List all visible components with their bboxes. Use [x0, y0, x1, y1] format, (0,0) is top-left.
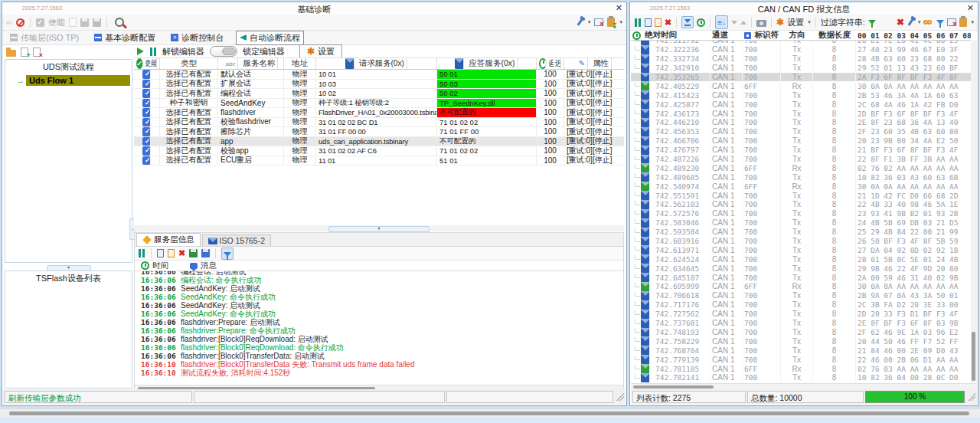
col-delay[interactable]: 延迟	[537, 58, 564, 69]
time-mode-icon[interactable]	[697, 18, 705, 27]
can-message-row[interactable]: 742.476797 CAN 1 700 Tx 8 21 BF F3 6F 8F…	[631, 146, 971, 155]
copy-all-icon[interactable]	[168, 249, 175, 257]
save-icon[interactable]	[80, 18, 89, 27]
import-icon[interactable]	[959, 18, 967, 27]
row-enable-checkbox[interactable]: ✓	[142, 137, 151, 146]
col-service-name[interactable]: abc服务名称	[218, 58, 284, 69]
scrollbar-thumb[interactable]	[972, 332, 975, 381]
col-address[interactable]: 地址	[284, 58, 316, 69]
log-row[interactable]: 16:36:06 flashdriver:[Block0]ReqDownload…	[135, 335, 623, 343]
row-enable-checkbox[interactable]: ✓	[142, 146, 151, 156]
col-enable[interactable]: ✓使能	[134, 58, 160, 69]
service-row[interactable]: ✓ 选择已有配置 校验flashdriver 物理 31 01 02 02 BC…	[134, 118, 624, 128]
tab-auto-diag-flow[interactable]: 自动诊断流程	[236, 31, 304, 45]
can-message-row[interactable]: 742.436173 CAN 1 700 Tx 8 2D BF F3 6F 8F…	[631, 109, 971, 118]
can-message-row[interactable]: 742.758229 CAN 1 700 Tx 8 20 44 50 46 FF…	[631, 336, 971, 346]
can-message-row[interactable]: 742.342910 CAN 1 700 Tx 8 29 52 01 13 43…	[631, 64, 971, 73]
tab-diag-console[interactable]: >诊断控制台	[168, 31, 227, 44]
link-icon[interactable]	[923, 19, 933, 26]
col-identifier[interactable]: 标识符	[743, 30, 781, 41]
can-message-row[interactable]: 742.613971 CAN 1 700 Tx 8 27 DA 04 92 0D…	[631, 245, 971, 254]
copy-all-icon[interactable]	[655, 18, 662, 27]
scrollbar-thumb[interactable]	[9, 412, 969, 415]
service-row[interactable]: ✓ 选择已有配置 校验app 物理 31 01 02 02 AF C6 71 0…	[134, 146, 624, 156]
can-message-row[interactable]: 742.322236 CAN 1 700 Tx 8 27 40 23 99 46…	[631, 45, 971, 54]
can-message-row[interactable]: 742.695999 CAN 1 6FF Rx 8 30 0A 0A AA AA…	[631, 282, 971, 291]
remove-flow-icon[interactable]: ×	[33, 48, 41, 57]
move-down-icon[interactable]	[731, 21, 737, 25]
import-icon[interactable]: ↧	[607, 18, 615, 27]
service-row[interactable]: ✓ 选择已有配置 flashdriver 物理 FlashDriver_HA01…	[134, 108, 624, 118]
disconnect-icon[interactable]	[16, 18, 24, 27]
log-row[interactable]: 16:36:06 flashdriver:Prepare: 启动测试	[135, 318, 623, 326]
export-icon[interactable]	[69, 18, 77, 27]
can-message-row[interactable]: 742.593504 CAN 1 700 Tx 8 25 29 4B 84 22…	[631, 228, 971, 237]
tools-icon[interactable]	[577, 18, 583, 26]
row-enable-checkbox[interactable]: ✓	[142, 118, 151, 127]
flow-tree-item[interactable]: → Uds Flow 1	[16, 75, 130, 86]
can-message-row[interactable]: 742.737681 CAN 1 700 Tx 8 2E 8F BF F3 6F…	[631, 319, 971, 328]
save-all-icon[interactable]	[93, 18, 101, 27]
can-message-row[interactable]: 742.603916 CAN 1 700 Tx 8 26 50 BF F3 4F…	[631, 237, 971, 246]
pause-flow-icon[interactable]	[149, 48, 157, 56]
can-vertical-scrollbar[interactable]	[971, 41, 977, 382]
close-window-icon[interactable]	[947, 18, 956, 26]
can-message-row[interactable]: 742.425877 CAN 1 700 Tx 8 2C 68 4A 46 1A…	[631, 100, 971, 109]
connect-icon[interactable]: ∞	[6, 18, 12, 28]
splitter-handle[interactable]: ▾	[328, 226, 430, 232]
col-abs-time[interactable]: 绝对时间	[631, 30, 710, 41]
can-message-row[interactable]: 742.782141 CAN 1 700 Tx 8 10 82 36 04 00…	[631, 373, 971, 382]
sort-button[interactable]: ≡↓	[715, 15, 728, 28]
can-message-row[interactable]: 742.540974 CAN 1 6FF Rx 8 30 0A 0A AA AA…	[631, 182, 971, 191]
log-filter-button[interactable]	[221, 248, 234, 260]
log-splitter[interactable]: ▾	[134, 225, 624, 231]
can-message-row[interactable]: 742.781185 CAN 1 6FF Rx 8 02 76 03 AA AA…	[631, 364, 971, 373]
resize-grip[interactable]	[968, 393, 975, 401]
editor-lock-toggle[interactable]	[210, 46, 237, 57]
log-row[interactable]: 16:36:06 SeedAndKey: 启动测试	[135, 301, 623, 310]
col-request[interactable]: 请求服务(0x)	[316, 58, 437, 69]
log-row[interactable]: 16:36:06 flashdriver:Prepare: 命令执行成功	[135, 326, 623, 335]
row-enable-checkbox[interactable]: ✓	[142, 70, 151, 79]
clear-trace-icon[interactable]: ✖	[665, 18, 671, 28]
col-attribute[interactable]: ✎属性	[564, 58, 624, 69]
pause-log-icon[interactable]	[138, 249, 145, 257]
service-row[interactable]: ✓ 种子和密钥 SeedAndKey 物理 种子等级:1 秘钥等级:2 TP_S…	[134, 99, 624, 109]
can-message-row[interactable]: 742.645107 CAN 1 700 Tx 8 2A 00 59 46 31…	[631, 273, 971, 282]
col-direction[interactable]: 方向	[781, 30, 813, 41]
col-response[interactable]: 应答服务(0x)	[437, 58, 537, 69]
tab-iso15765[interactable]: ISO 15765-2	[202, 234, 272, 246]
can-message-row[interactable]: 742.489685 CAN 1 700 Tx 8 10 82 36 03 A3…	[631, 172, 971, 182]
close-icon[interactable]: ✕	[616, 3, 622, 13]
service-row[interactable]: ✓ 选择已有配置 app 物理 uds_can_application.tsbi…	[134, 137, 624, 147]
tab-transport-layer[interactable]: 传输层(ISO TP)	[7, 31, 82, 44]
row-enable-checkbox[interactable]: ✓	[142, 80, 151, 89]
filter-funnel-icon[interactable]	[868, 20, 876, 25]
can-message-row[interactable]: 742.562103 CAN 1 700 Tx 8 22 4B 33 40 98…	[631, 200, 971, 209]
can-message-row[interactable]: 742.748193 CAN 1 700 Tx 8 2F 62 46 9E 1A…	[631, 328, 971, 337]
snapshot-icon[interactable]	[756, 20, 766, 27]
log-col-message[interactable]: 消息	[201, 261, 217, 271]
row-enable-checkbox[interactable]: ✓	[142, 127, 151, 136]
can-message-row[interactable]: 742.466706 CAN 1 700 Tx 8 20 23 9B 00 34…	[631, 136, 971, 146]
log-col-time[interactable]: 时间	[152, 261, 168, 271]
add-flow-icon[interactable]: +	[21, 48, 28, 57]
close-icon[interactable]: ✕	[967, 3, 974, 13]
clear-filter-icon[interactable]: ✖	[897, 18, 904, 28]
tab-service-layer-info[interactable]: 服务层信息	[136, 233, 201, 246]
service-row[interactable]: ✓ 选择已有配置 默认会话 物理 10 01 50 01 100 [重试:0][…	[134, 70, 624, 80]
can-message-row[interactable]: 742.634645 CAN 1 700 Tx 8 29 9B 46 22 4F…	[631, 264, 971, 273]
row-enable-checkbox[interactable]: ✓	[142, 108, 151, 117]
move-up-icon[interactable]	[740, 21, 746, 25]
col-data-length[interactable]: 数据长度	[813, 30, 856, 41]
can-message-row[interactable]: 742.583046 CAN 1 700 Tx 8 24 4B 5B 69 DB…	[631, 218, 971, 228]
gear-icon[interactable]: ✱	[776, 18, 784, 28]
log-row[interactable]: 16:36:06 SeedAndKey: 命令执行成功	[135, 310, 623, 318]
scrollbar-thumb[interactable]	[633, 385, 714, 389]
can-message-row[interactable]: 742.768704 CAN 1 700 Tx 8 21 84 46 00 2E…	[631, 346, 971, 355]
service-row[interactable]: ✓ 选择已有配置 擦除芯片 物理 31 01 FF 00 00 71 01 FF…	[134, 127, 624, 137]
search-icon[interactable]	[115, 18, 124, 27]
save-log-icon[interactable]	[189, 249, 198, 257]
funnel-icon[interactable]	[936, 20, 944, 25]
service-row[interactable]: ✓ 选择已有配置 ECU重启 物理 11 01 51 01 100 [重试:0]…	[134, 156, 624, 166]
